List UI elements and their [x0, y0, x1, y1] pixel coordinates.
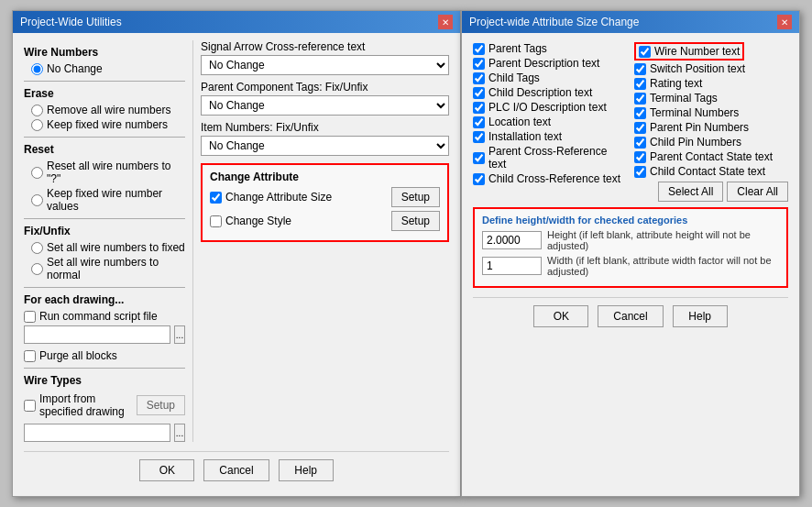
signal-arrow-select[interactable]: No Change — [201, 55, 449, 75]
change-size-label: Change Attribute Size — [225, 191, 332, 204]
radio-no-change[interactable]: No Change — [31, 62, 185, 75]
height-row: Height (if left blank, attribute height … — [482, 229, 779, 251]
right-dialog: Project-wide Attribute Size Change ✕ Par… — [461, 10, 800, 497]
radio-set-normal[interactable]: Set all wire numbers to normal — [31, 256, 185, 281]
signal-arrow-label: Signal Arrow Cross-reference text — [201, 40, 449, 53]
change-style-setup-button[interactable]: Setup — [391, 211, 440, 231]
left-ok-button[interactable]: OK — [139, 459, 194, 481]
cb-location[interactable]: Location text — [473, 116, 627, 128]
fix-unfix-label: Fix/Unfix — [24, 225, 185, 237]
import-drawing-item[interactable]: Import from specified drawing — [24, 392, 137, 418]
cb-parent-desc[interactable]: Parent Description text — [473, 57, 627, 70]
select-clear-row: Select All Clear All — [634, 182, 788, 202]
cb-child-desc[interactable]: Child Description text — [473, 86, 627, 99]
run-script-item[interactable]: Run command script file — [24, 310, 185, 323]
left-title-bar: Project-Wide Utilities ✕ — [13, 11, 460, 33]
cb-parent-xref[interactable]: Parent Cross-Reference text — [473, 145, 627, 171]
width-row: Width (if left blank, attribute width fa… — [482, 255, 779, 277]
erase-label: Erase — [24, 87, 185, 100]
cb-parent-pin[interactable]: Parent Pin Numbers — [634, 121, 788, 134]
change-style-label: Change Style — [225, 215, 291, 227]
right-dialog-title: Project-wide Attribute Size Change — [469, 16, 639, 28]
cb-terminal-numbers[interactable]: Terminal Numbers — [634, 106, 788, 119]
right-ok-button[interactable]: OK — [533, 305, 588, 327]
parent-component-select[interactable]: No Change — [201, 95, 449, 116]
signal-arrow-group: Signal Arrow Cross-reference text No Cha… — [201, 40, 449, 75]
cb-rating[interactable]: Rating text — [634, 77, 788, 90]
wire-types-input-row: ... — [24, 424, 185, 442]
for-each-label: For each drawing... — [24, 293, 185, 306]
cb-parent-contact[interactable]: Parent Contact State text — [634, 150, 788, 163]
parent-component-group: Parent Component Tags: Fix/Unfix No Chan… — [201, 81, 449, 116]
cb-child-tags[interactable]: Child Tags — [473, 72, 627, 84]
item-numbers-select[interactable]: No Change — [201, 136, 449, 156]
define-section: Define height/width for checked categori… — [473, 207, 788, 288]
wire-types-setup-button[interactable]: Setup — [137, 395, 185, 415]
wire-types-browse-button[interactable]: ... — [174, 424, 185, 442]
radio-keep-fixed[interactable]: Keep fixed wire numbers — [31, 118, 185, 131]
select-all-button[interactable]: Select All — [658, 182, 723, 202]
right-cancel-button[interactable]: Cancel — [598, 305, 663, 327]
cb-child-pin[interactable]: Child Pin Numbers — [634, 136, 788, 149]
item-numbers-label: Item Numbers: Fix/Unfix — [201, 121, 449, 134]
radio-keep-fixed-values[interactable]: Keep fixed wire number values — [31, 187, 185, 213]
width-hint: Width (if left blank, attribute width fa… — [547, 255, 779, 277]
right-checkbox-column: Wire Number text Switch Position text Ra… — [634, 40, 788, 202]
reset-label: Reset — [24, 143, 185, 156]
item-numbers-group: Item Numbers: Fix/Unfix No Change — [201, 121, 449, 156]
change-attribute-box: Change Attribute Change Attribute Size S… — [201, 163, 449, 242]
left-dialog-close-button[interactable]: ✕ — [438, 15, 453, 29]
wire-types-label: Wire Types — [24, 374, 185, 387]
left-checkbox-column: Parent Tags Parent Description text Chil… — [473, 40, 627, 202]
radio-remove-all[interactable]: Remove all wire numbers — [31, 104, 185, 116]
wire-numbers-label: Wire Numbers — [24, 46, 185, 59]
right-dialog-buttons: OK Cancel Help — [473, 297, 788, 335]
right-dialog-close-button[interactable]: ✕ — [777, 15, 792, 29]
width-input[interactable] — [482, 257, 542, 275]
left-dialog-buttons: OK Cancel Help — [24, 451, 449, 489]
right-title-bar: Project-wide Attribute Size Change ✕ — [462, 11, 799, 33]
change-size-row: Change Attribute Size Setup — [210, 187, 440, 207]
parent-component-label: Parent Component Tags: Fix/Unfix — [201, 81, 449, 94]
cb-switch-pos[interactable]: Switch Position text — [634, 62, 788, 75]
purge-blocks-item[interactable]: Purge all blocks — [24, 349, 185, 362]
script-browse-button[interactable]: ... — [174, 325, 185, 344]
height-input[interactable] — [482, 231, 542, 249]
change-style-row: Change Style Setup — [210, 211, 440, 231]
checkboxes-columns: Parent Tags Parent Description text Chil… — [473, 40, 788, 202]
cb-wire-number[interactable]: Wire Number text — [634, 42, 788, 61]
cb-child-xref[interactable]: Child Cross-Reference text — [473, 172, 627, 185]
change-size-setup-button[interactable]: Setup — [391, 187, 440, 207]
cb-child-contact[interactable]: Child Contact State text — [634, 165, 788, 178]
left-cancel-button[interactable]: Cancel — [203, 459, 269, 481]
cb-plc-io[interactable]: PLC I/O Description text — [473, 101, 627, 114]
left-help-button[interactable]: Help — [279, 459, 334, 481]
wire-number-highlight: Wire Number text — [634, 42, 744, 61]
wire-types-row: Import from specified drawing Setup — [24, 391, 185, 420]
script-input[interactable] — [24, 325, 170, 344]
change-size-checkbox[interactable] — [210, 192, 222, 204]
right-help-button[interactable]: Help — [673, 305, 728, 327]
radio-reset-question[interactable]: Reset all wire numbers to "?" — [31, 160, 185, 185]
height-hint: Height (if left blank, attribute height … — [547, 229, 779, 251]
radio-set-fixed[interactable]: Set all wire numbers to fixed — [31, 241, 185, 254]
define-title: Define height/width for checked categori… — [482, 215, 779, 226]
wire-types-input[interactable] — [24, 424, 170, 442]
left-dialog: Project-Wide Utilities ✕ Wire Numbers No… — [12, 10, 461, 497]
clear-all-button[interactable]: Clear All — [727, 182, 788, 202]
cb-terminal-tags[interactable]: Terminal Tags — [634, 92, 788, 105]
cb-installation[interactable]: Installation text — [473, 130, 627, 143]
cb-parent-tags[interactable]: Parent Tags — [473, 42, 627, 55]
change-style-checkbox[interactable] — [210, 215, 222, 227]
script-input-row: ... — [24, 325, 185, 344]
change-attribute-title: Change Attribute — [210, 171, 440, 183]
left-dialog-title: Project-Wide Utilities — [20, 16, 122, 28]
